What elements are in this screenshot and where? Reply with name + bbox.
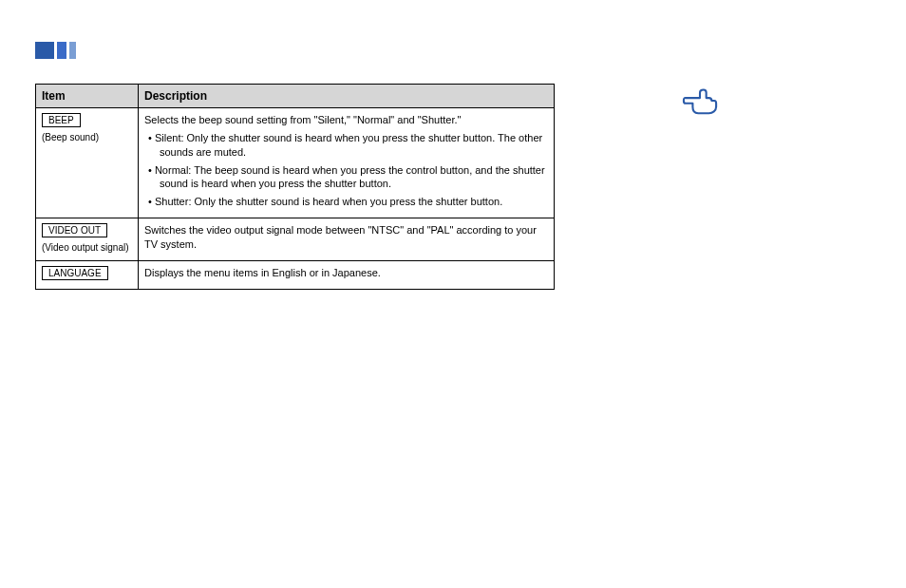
desc-line: Switches the video output signal mode be… bbox=[144, 223, 548, 252]
item-box: VIDEO OUT bbox=[42, 223, 107, 237]
col-header-description: Description bbox=[139, 85, 555, 108]
logo-bars bbox=[35, 42, 76, 59]
cell-item: VIDEO OUT (Video output signal) bbox=[36, 218, 139, 261]
settings-table: Item Description BEEP (Beep sound) Selec… bbox=[35, 84, 555, 290]
sidenote: If the clock setting mode is selected au… bbox=[729, 87, 877, 176]
desc-bullet: Shutter: Only the shutter sound is heard… bbox=[144, 195, 548, 209]
item-sub: (Video output signal) bbox=[42, 242, 129, 253]
logo-bar-1 bbox=[35, 42, 54, 59]
cell-item: LANGUAGE bbox=[36, 260, 139, 289]
page-footer-title: 17-GB Changing the mode settings bbox=[0, 560, 906, 573]
table-row: VIDEO OUT (Video output signal) Switches… bbox=[36, 218, 555, 261]
desc-line: Displays the menu items in English or in… bbox=[144, 266, 548, 280]
desc-bullet: Normal: The beep sound is heard when you… bbox=[144, 163, 548, 192]
desc-line: Selects the beep sound setting from "Sil… bbox=[144, 113, 548, 127]
logo-bar-3 bbox=[69, 42, 76, 59]
table-row: LANGUAGE Displays the menu items in Engl… bbox=[36, 260, 555, 289]
item-box: LANGUAGE bbox=[42, 266, 108, 280]
item-box: BEEP bbox=[42, 113, 81, 127]
sidenote-para: If the clock setting mode is selected au… bbox=[729, 87, 877, 126]
cell-item: BEEP (Beep sound) bbox=[36, 108, 139, 218]
pointing-hand-icon bbox=[682, 82, 718, 118]
table-row: BEEP (Beep sound) Selects the beep sound… bbox=[36, 108, 555, 218]
cell-desc: Selects the beep sound setting from "Sil… bbox=[139, 108, 555, 218]
section-title: Main menu (Continued) bbox=[104, 44, 284, 63]
desc-bullet: Silent: Only the shutter sound is heard … bbox=[144, 131, 548, 160]
item-sub: (Beep sound) bbox=[42, 132, 99, 142]
table-header-row: Item Description bbox=[36, 85, 555, 108]
sidenote-para: Items displayed in the Main menu vary ac… bbox=[729, 132, 877, 171]
cell-desc: Switches the video output signal mode be… bbox=[139, 218, 555, 261]
col-header-item: Item bbox=[36, 85, 139, 108]
cell-desc: Displays the menu items in English or in… bbox=[139, 260, 555, 289]
logo-bar-2 bbox=[57, 42, 66, 59]
